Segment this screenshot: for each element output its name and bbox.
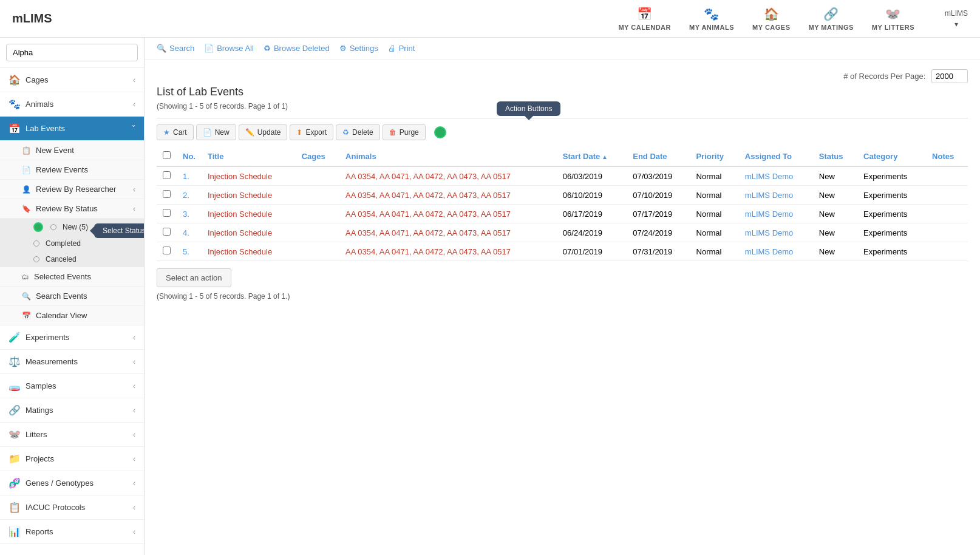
sidebar-lab-events-label: Lab Events bbox=[26, 124, 132, 133]
print-link[interactable]: 🖨 Print bbox=[388, 44, 415, 53]
sidebar-item-animals[interactable]: 🐾 Animals ‹ bbox=[0, 92, 144, 117]
row-notes bbox=[926, 186, 968, 205]
new-event-label: New Event bbox=[36, 146, 74, 155]
col-notes[interactable]: Notes bbox=[926, 146, 968, 166]
sidebar-item-cages[interactable]: 🏠 Cages ‹ bbox=[0, 68, 144, 92]
delete-button[interactable]: ♻ Delete bbox=[336, 124, 380, 140]
browse-all-link[interactable]: 📄 Browse All bbox=[204, 44, 254, 53]
col-no[interactable]: No. bbox=[177, 146, 202, 166]
row-animals-link[interactable]: AA 0354, AA 0471, AA 0472, AA 0473, AA 0… bbox=[345, 209, 511, 219]
export-button[interactable]: ⬆ Export bbox=[290, 124, 333, 140]
row-title-link[interactable]: Injection Schedule bbox=[208, 172, 272, 181]
browse-deleted-icon: ♻ bbox=[264, 44, 271, 53]
cages-arrow-icon: ‹ bbox=[133, 76, 135, 84]
purge-button[interactable]: 🗑 Purge bbox=[383, 124, 426, 140]
cart-button[interactable]: ★ Cart bbox=[157, 124, 194, 140]
star-icon: ★ bbox=[163, 128, 170, 137]
sidebar-item-lab-events[interactable]: 📅 Lab Events ˅ bbox=[0, 117, 144, 141]
row-title-link[interactable]: Injection Schedule bbox=[208, 191, 272, 200]
row-checkbox[interactable] bbox=[163, 171, 171, 179]
sidebar-samples-label: Samples bbox=[26, 381, 133, 390]
sidebar-item-selected-events[interactable]: 🗂 Selected Events bbox=[0, 267, 144, 287]
row-animals-link[interactable]: AA 0354, AA 0471, AA 0472, AA 0473, AA 0… bbox=[345, 247, 511, 256]
nav-calendar[interactable]: 📅 MY CALENDAR bbox=[618, 7, 671, 31]
nav-animals[interactable]: 🐾 MY ANIMALS bbox=[689, 7, 734, 31]
row-title-link[interactable]: Injection Schedule bbox=[208, 247, 272, 256]
sidebar-item-review-events[interactable]: 📄 Review Events bbox=[0, 160, 144, 180]
col-cages[interactable]: Cages bbox=[296, 146, 339, 166]
sidebar-item-new-status[interactable]: New (5) Select Status bbox=[0, 219, 144, 236]
col-category[interactable]: Category bbox=[857, 146, 926, 166]
canceled-status-radio[interactable] bbox=[33, 256, 39, 262]
sidebar-item-review-by-status[interactable]: 🔖 Review By Status ‹ bbox=[0, 199, 144, 219]
sidebar-item-genes[interactable]: 🧬 Genes / Genotypes ‹ bbox=[0, 471, 144, 495]
col-status[interactable]: Status bbox=[813, 146, 857, 166]
completed-status-radio[interactable] bbox=[33, 240, 39, 247]
sidebar-item-search-events[interactable]: 🔍 Search Events bbox=[0, 287, 144, 306]
sidebar-item-review-by-researcher[interactable]: 👤 Review By Researcher ‹ bbox=[0, 180, 144, 199]
row-assigned-link[interactable]: mLIMS Demo bbox=[745, 247, 793, 256]
col-start-date[interactable]: Start Date bbox=[557, 146, 627, 166]
nav-litters[interactable]: 🐭 MY LITTERS bbox=[872, 7, 914, 31]
nav-matings[interactable]: 🔗 MY MATINGS bbox=[809, 7, 854, 31]
sidebar-item-reports[interactable]: 📊 Reports ‹ bbox=[0, 520, 144, 544]
settings-link[interactable]: ⚙ Settings bbox=[339, 44, 378, 53]
new-button[interactable]: 📄 New bbox=[196, 124, 236, 140]
row-assigned-link[interactable]: mLIMS Demo bbox=[745, 191, 793, 200]
col-title[interactable]: Title bbox=[202, 146, 296, 166]
nav-user[interactable]: mLIMS ▾ bbox=[945, 9, 968, 29]
row-assigned-to: mLIMS Demo bbox=[739, 186, 813, 205]
sidebar-item-new-event[interactable]: 📋 New Event bbox=[0, 141, 144, 160]
sidebar-item-iacuc[interactable]: 📋 IACUC Protocols ‹ bbox=[0, 495, 144, 520]
col-priority[interactable]: Priority bbox=[690, 146, 739, 166]
col-assigned-to[interactable]: Assigned To bbox=[739, 146, 813, 166]
row-checkbox[interactable] bbox=[163, 247, 171, 254]
update-label: Update bbox=[257, 128, 281, 137]
row-checkbox[interactable] bbox=[163, 228, 171, 236]
row-assigned-link[interactable]: mLIMS Demo bbox=[745, 209, 793, 219]
row-animals-link[interactable]: AA 0354, AA 0471, AA 0472, AA 0473, AA 0… bbox=[345, 172, 511, 181]
review-status-section: New (5) Select Status Completed Canceled bbox=[0, 219, 144, 267]
row-animals-link[interactable]: AA 0354, AA 0471, AA 0472, AA 0473, AA 0… bbox=[345, 228, 511, 237]
litters-sidebar-icon: 🐭 bbox=[9, 429, 19, 440]
settings-label: Settings bbox=[350, 44, 378, 53]
search-events-icon: 🔍 bbox=[22, 292, 31, 301]
sidebar-item-samples[interactable]: 🧫 Samples ‹ bbox=[0, 374, 144, 398]
projects-arrow-icon: ‹ bbox=[133, 455, 135, 463]
select-action-button[interactable]: Select an action bbox=[157, 268, 231, 287]
col-animals[interactable]: Animals bbox=[339, 146, 557, 166]
row-animals-link[interactable]: AA 0354, AA 0471, AA 0472, AA 0473, AA 0… bbox=[345, 191, 511, 200]
sidebar-item-projects[interactable]: 📁 Projects ‹ bbox=[0, 447, 144, 471]
select-all-checkbox[interactable] bbox=[163, 151, 171, 159]
row-checkbox[interactable] bbox=[163, 209, 171, 217]
nav-cages[interactable]: 🏠 MY CAGES bbox=[752, 7, 790, 31]
sidebar-search-container bbox=[0, 38, 144, 68]
row-status: New bbox=[813, 242, 857, 261]
col-end-date[interactable]: End Date bbox=[627, 146, 690, 166]
search-input[interactable] bbox=[6, 44, 138, 61]
sidebar-item-canceled-status[interactable]: Canceled bbox=[0, 251, 144, 267]
row-no: 5. bbox=[177, 242, 202, 261]
sidebar-item-measurements[interactable]: ⚖️ Measurements ‹ bbox=[0, 350, 144, 374]
row-title-link[interactable]: Injection Schedule bbox=[208, 228, 272, 237]
row-assigned-link[interactable]: mLIMS Demo bbox=[745, 172, 793, 181]
main-layout: 🏠 Cages ‹ 🐾 Animals ‹ 📅 Lab Events ˅ 📋 N… bbox=[0, 38, 980, 555]
export-icon: ⬆ bbox=[296, 128, 302, 137]
browse-deleted-link[interactable]: ♻ Browse Deleted bbox=[264, 44, 330, 53]
search-link[interactable]: 🔍 Search bbox=[157, 44, 194, 53]
row-checkbox[interactable] bbox=[163, 190, 171, 198]
sidebar-item-matings[interactable]: 🔗 Matings ‹ bbox=[0, 398, 144, 423]
sidebar-animals-label: Animals bbox=[26, 100, 133, 109]
row-title-link[interactable]: Injection Schedule bbox=[208, 209, 272, 219]
animals-arrow-icon: ‹ bbox=[133, 100, 135, 109]
sidebar-item-experiments[interactable]: 🧪 Experiments ‹ bbox=[0, 325, 144, 350]
edit-icon: ✏️ bbox=[245, 128, 254, 137]
new-status-radio[interactable] bbox=[50, 224, 56, 230]
sidebar-matings-label: Matings bbox=[26, 406, 133, 415]
update-button[interactable]: ✏️ Update bbox=[239, 124, 288, 140]
sidebar-item-calendar-view[interactable]: 📅 Calendar View bbox=[0, 306, 144, 325]
records-per-page-label: # of Records Per Page: bbox=[843, 72, 925, 81]
row-assigned-link[interactable]: mLIMS Demo bbox=[745, 228, 793, 237]
sidebar-item-litters[interactable]: 🐭 Litters ‹ bbox=[0, 423, 144, 447]
records-per-page-input[interactable] bbox=[931, 69, 968, 83]
